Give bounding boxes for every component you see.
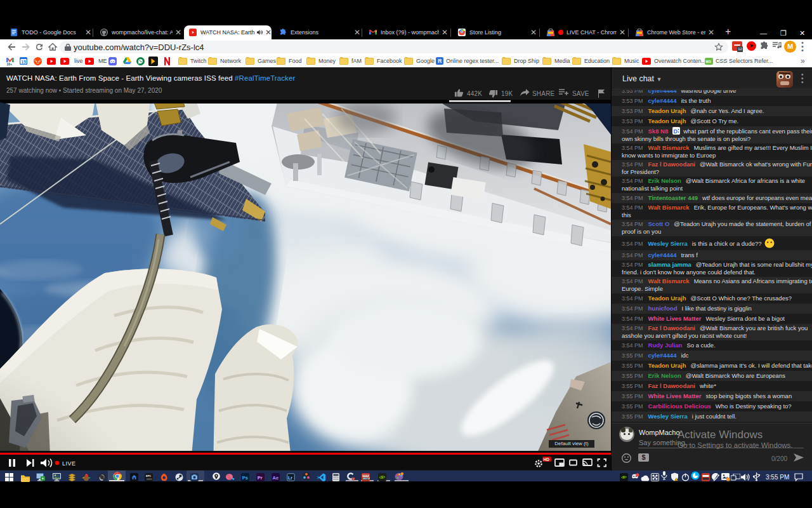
svg-text:HD: HD xyxy=(544,457,550,462)
svg-text:15: 15 xyxy=(22,60,27,64)
svg-text:Ae: Ae xyxy=(273,475,279,481)
svg-text:LIVE: LIVE xyxy=(62,460,76,467)
svg-text:Ps: Ps xyxy=(242,475,248,481)
svg-text:D: D xyxy=(674,128,678,135)
svg-text:Pr: Pr xyxy=(258,475,263,481)
svg-text:W3: W3 xyxy=(705,60,710,64)
svg-text:Lr: Lr xyxy=(288,476,292,480)
svg-text:MEETER: MEETER xyxy=(363,478,370,480)
svg-text:GMS: GMS xyxy=(147,478,152,481)
svg-text:VOICE: VOICE xyxy=(363,474,369,477)
svg-text:!: ! xyxy=(676,479,676,481)
svg-text:10+: 10+ xyxy=(7,62,13,65)
svg-text:R: R xyxy=(438,58,442,64)
